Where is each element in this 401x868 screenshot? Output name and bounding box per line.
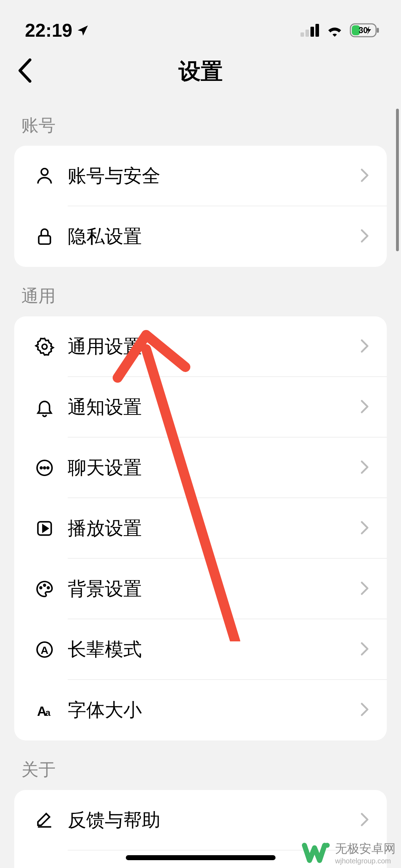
section-group-account: 账号与安全 隐私设置 [14,146,387,267]
row-label: 隐私设置 [61,224,360,249]
row-label: 长辈模式 [61,637,360,662]
battery-icon: 30 [350,23,380,37]
chevron-right-icon [360,812,369,828]
row-label: 反馈与帮助 [61,808,360,833]
chevron-right-icon [360,642,369,657]
svg-point-17 [44,584,46,586]
chat-icon [29,458,61,478]
section-header-account: 账号 [0,96,401,146]
row-label: 通用设置 [61,334,360,359]
svg-rect-0 [300,32,304,37]
chevron-right-icon [360,460,369,476]
watermark-logo [302,838,332,868]
chevron-right-icon [360,702,369,718]
watermark: 无极安卓网 wjhotelgroup.com [302,838,401,868]
svg-rect-3 [315,24,319,37]
svg-rect-2 [310,27,314,37]
elder-mode-icon: A [29,640,61,660]
row-label: 播放设置 [61,516,360,541]
palette-icon [29,579,61,599]
row-label: 字体大小 [61,698,360,723]
row-notification-settings[interactable]: 通知设置 [14,377,387,438]
row-font-size[interactable]: Aa 字体大小 [14,680,387,740]
status-indicators: 30 [300,23,380,37]
status-time-area: 22:19 [25,20,89,41]
svg-text:a: a [45,708,51,718]
gear-icon [29,337,61,357]
chevron-right-icon [360,521,369,536]
row-background-settings[interactable]: 背景设置 [14,559,387,619]
chevron-right-icon [360,168,369,184]
chevron-right-icon [360,229,369,244]
row-label: 通知设置 [61,395,360,420]
status-time: 22:19 [25,20,72,41]
watermark-en: wjhotelgroup.com [335,857,396,865]
status-bar: 22:19 30 [0,0,401,46]
row-account-security[interactable]: 账号与安全 [14,146,387,206]
svg-point-10 [42,344,47,349]
row-label: 背景设置 [61,577,360,601]
row-chat-settings[interactable]: 聊天设置 [14,438,387,498]
location-icon [77,24,89,37]
row-playback-settings[interactable]: 播放设置 [14,498,387,559]
section-header-about: 关于 [0,740,401,790]
svg-rect-1 [305,30,309,37]
svg-point-16 [40,587,42,589]
chevron-left-icon [18,58,32,83]
row-elder-mode[interactable]: A 长辈模式 [14,619,387,680]
svg-point-25 [325,843,330,848]
row-label: 聊天设置 [61,455,360,480]
lock-icon [29,227,61,247]
row-privacy-settings[interactable]: 隐私设置 [14,206,387,267]
nav-bar: 设置 [0,46,401,96]
play-icon [29,518,61,538]
svg-text:A: A [41,644,48,656]
home-indicator [126,855,276,860]
watermark-cn: 无极安卓网 [335,841,396,857]
svg-point-18 [47,587,49,589]
wifi-icon [326,24,343,37]
watermark-text: 无极安卓网 wjhotelgroup.com [335,841,401,865]
row-general-settings[interactable]: 通用设置 [14,316,387,377]
back-button[interactable] [18,58,32,84]
svg-point-12 [40,467,42,469]
pencil-icon [29,810,61,830]
chevron-right-icon [360,339,369,355]
svg-rect-9 [39,236,51,244]
bell-icon [29,397,61,417]
user-icon [29,166,61,186]
chevron-right-icon [360,399,369,415]
font-icon: Aa [29,700,61,720]
svg-point-14 [47,467,49,469]
row-label: 账号与安全 [61,164,360,188]
section-group-general: 通用设置 通知设置 聊天设置 播放设置 [14,316,387,740]
scrollbar[interactable] [396,109,399,251]
page-title: 设置 [179,56,223,86]
section-header-general: 通用 [0,267,401,316]
svg-point-13 [44,467,46,469]
svg-point-8 [41,169,48,175]
chevron-right-icon [360,581,369,597]
cellular-icon [300,24,320,37]
svg-rect-5 [377,28,379,33]
svg-text:30: 30 [359,26,368,35]
